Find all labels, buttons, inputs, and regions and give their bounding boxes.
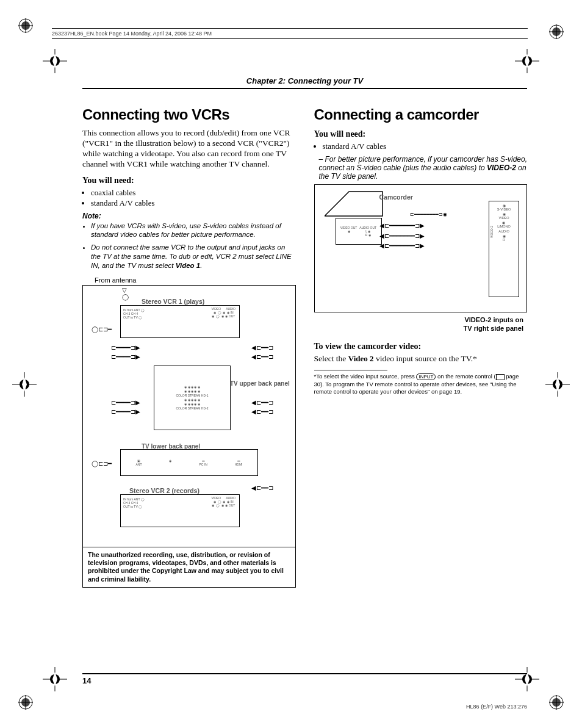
crop-mark-icon bbox=[12, 372, 37, 397]
need-item: coaxial cables bbox=[91, 188, 296, 198]
cable-icon: ◀⊏━━━━━━━⊐▶ bbox=[379, 222, 425, 229]
cable-icon: ◯⊏⊐━ bbox=[92, 460, 112, 467]
crop-mark-icon bbox=[43, 667, 67, 691]
crop-mark-icon bbox=[545, 372, 570, 397]
cable-icon: ◀⊏━━⊐ bbox=[251, 399, 273, 406]
cable-icon: ◀⊏━━━━━━━⊐▶ bbox=[379, 232, 425, 239]
jack-label: VIDEO bbox=[212, 496, 221, 500]
manual-page: 263237HL86_EN.book Page 14 Monday, April… bbox=[0, 0, 582, 728]
view-body: Select the Video 2 video input source on… bbox=[314, 354, 528, 364]
need-sub-bold: VIDEO-2 bbox=[487, 164, 516, 172]
cable-icon: ⊏━━━━⊐▶ bbox=[111, 399, 140, 406]
jack-label: VIDEO bbox=[212, 307, 221, 311]
crop-mark-icon bbox=[515, 49, 539, 73]
chapter-heading: Chapter 2: Connecting your TV bbox=[82, 76, 527, 89]
left-column: Connecting two VCRs This connection allo… bbox=[82, 106, 296, 588]
jack-label: AUDIO OUT bbox=[359, 226, 376, 229]
view-bold: Video 2 bbox=[348, 354, 374, 363]
jack-label: VIDEO OUT bbox=[340, 226, 357, 229]
page-content: Chapter 2: Connecting your TV Connecting… bbox=[82, 76, 527, 685]
need-subitem: For better picture performance, if your … bbox=[319, 155, 528, 181]
jack-label: AUDIO bbox=[498, 229, 509, 233]
jack-label: OUT bbox=[229, 314, 235, 318]
cable-icon: ◯⊏⊐━ bbox=[92, 326, 112, 333]
footnote-text: *To select the video input source, press bbox=[314, 373, 417, 380]
vcr-wiring-diagram: ▽◯ Stereo VCR 1 (plays) IN from ANT ◯ CH… bbox=[82, 285, 296, 547]
note-list: If you have VCRs with S-video, use S-vid… bbox=[82, 222, 296, 271]
crop-mark-icon bbox=[43, 49, 67, 73]
need-item: standard A/V cables bbox=[91, 198, 296, 208]
cable-icon: ◀⊏━━⊐ bbox=[251, 344, 273, 351]
upper-panel-label: TV upper back panel bbox=[230, 380, 290, 387]
footnote: *To select the video input source, press… bbox=[314, 373, 528, 395]
note-bold: Video 1 bbox=[176, 262, 200, 269]
need-list: standard A/V cables bbox=[314, 142, 528, 151]
vcr1-label: Stereo VCR 1 (plays) bbox=[142, 298, 204, 305]
view-text: video input source on the TV.* bbox=[374, 354, 477, 363]
jack-label: COLOR STREAM HD-1 bbox=[176, 394, 208, 397]
registration-mark-icon bbox=[18, 18, 33, 33]
jack-label: OUT to TV bbox=[123, 315, 138, 319]
panel-label: VIDEO-2 bbox=[490, 226, 494, 238]
note-item: Do not connect the same VCR to the outpu… bbox=[91, 243, 296, 270]
jack-label: HDMI bbox=[235, 463, 243, 466]
antenna-icon: ▽◯ bbox=[122, 287, 129, 300]
jack-label: OUT bbox=[229, 503, 235, 507]
footer-code: HL86 (E/F) Web 213:276 bbox=[466, 704, 527, 710]
cable-icon: ⊏━━━━━━━━⊐◉ bbox=[410, 212, 447, 217]
diagram-caption: VIDEO-2 inputs on TV right side panel bbox=[314, 316, 524, 333]
cable-icon: ◀⊏━━⊐ bbox=[251, 485, 273, 491]
need-sublist: For better picture performance, if your … bbox=[319, 155, 528, 181]
section-intro: This connection allows you to record (du… bbox=[82, 128, 296, 170]
you-will-need-heading: You will need: bbox=[314, 129, 528, 139]
registration-mark-icon bbox=[549, 24, 564, 39]
svg-marker-34 bbox=[325, 192, 383, 216]
source-file-header: 263237HL86_EN.book Page 14 Monday, April… bbox=[52, 28, 528, 39]
cable-icon: ⊏━━━━⊐▶ bbox=[111, 408, 140, 415]
view-text: Select the bbox=[314, 354, 348, 363]
vcr2-label: Stereo VCR 2 (records) bbox=[129, 487, 199, 494]
cable-icon: ◀⊏━━⊐ bbox=[251, 408, 273, 415]
jack-label: ANT bbox=[135, 463, 142, 466]
registration-mark-icon bbox=[549, 695, 564, 710]
tv-upper-panel-box: ◉ ◉ ◉ ◉ ◉ ◉ ◉ ◉ ◉ ◉ COLOR STREAM HD-1 ◉ … bbox=[154, 366, 231, 430]
view-heading: To view the camcorder video: bbox=[314, 342, 528, 351]
copyright-warning: The unauthorized recording, use, distrib… bbox=[82, 547, 296, 588]
camcorder-jacks: VIDEO OUT◉ AUDIO OUTL ◉R ◉ bbox=[336, 218, 382, 245]
registration-mark-icon bbox=[18, 695, 33, 710]
jack-label: VIDEO bbox=[498, 216, 509, 220]
antenna-label: From antenna bbox=[95, 276, 296, 284]
jack-label: L/MONO bbox=[497, 225, 511, 228]
you-will-need-heading: You will need: bbox=[82, 176, 296, 186]
cable-icon: ⊏━━━━⊐▶ bbox=[111, 353, 140, 360]
right-column: Connecting a camcorder You will need: st… bbox=[314, 106, 528, 588]
jack-label: PC IN bbox=[199, 463, 207, 466]
page-number: 14 bbox=[82, 673, 527, 685]
footnote-rule bbox=[314, 370, 387, 370]
tv-lower-panel-box: ▣ANT ◉ ▭PC IN ▭HDMI bbox=[120, 449, 258, 476]
camcorder-wiring-diagram: Camcorder VIDEO OUT◉ AUDIO OUTL ◉R ◉ ◀⊏━… bbox=[314, 184, 528, 312]
jack-label: R bbox=[365, 233, 368, 237]
cable-icon: ⊏━━━━⊐▶ bbox=[111, 344, 140, 351]
remote-key-icon: INPUT bbox=[416, 373, 436, 380]
cable-icon: ◀⊏━━⊐ bbox=[251, 353, 273, 360]
note-label: Note: bbox=[82, 212, 296, 220]
need-item: standard A/V cables bbox=[323, 142, 528, 151]
footnote-text: on the remote control ( bbox=[436, 373, 495, 380]
vcr1-box: IN from ANT ◯ CH 3 CH 4 OUT to TV ◯ VIDE… bbox=[120, 305, 240, 338]
need-list: coaxial cables standard A/V cables bbox=[82, 188, 296, 208]
jack-label: COLOR STREAM HD-2 bbox=[176, 406, 208, 410]
cable-icon: ◀⊏━━━━━━━⊐▶ bbox=[379, 242, 425, 249]
note-item: If you have VCRs with S-video, use S-vid… bbox=[91, 222, 296, 240]
jack-label: OUT to TV bbox=[123, 505, 138, 508]
section-title-camcorder: Connecting a camcorder bbox=[314, 106, 528, 123]
page-ref-icon bbox=[496, 374, 505, 380]
jack-label: S-VIDEO bbox=[497, 207, 511, 211]
video2-panel-box: ◉S-VIDEO VIDEO-2 ◉VIDEO ◉L/MONO AUDIO ◉R bbox=[489, 201, 519, 297]
jack-label: R bbox=[503, 238, 505, 242]
camcorder-label: Camcorder bbox=[379, 193, 413, 201]
section-title-vcrs: Connecting two VCRs bbox=[82, 106, 296, 123]
vcr2-box: IN from ANT ◯ CH 3 CH 4 OUT to TV ◯ VIDE… bbox=[120, 494, 240, 527]
